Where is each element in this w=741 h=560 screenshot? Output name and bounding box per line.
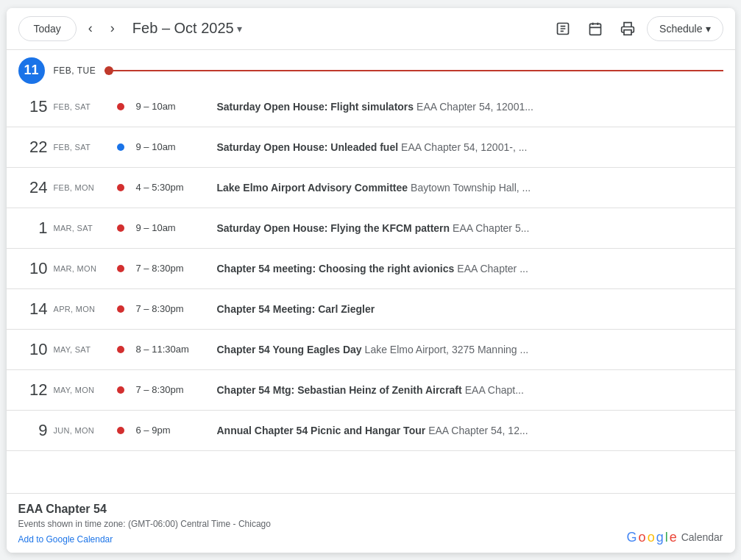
event-day-label: FEB, SAT	[54, 143, 105, 152]
event-time: 7 – 8:30pm	[136, 384, 217, 395]
next-button[interactable]: ›	[104, 16, 121, 40]
event-time: 8 – 11:30am	[136, 344, 217, 355]
event-details: Saturday Open House: Flying the KFCM pat…	[217, 222, 723, 234]
event-dot	[117, 427, 124, 434]
event-details: Chapter 54 Meeting: Carl Ziegler	[217, 303, 723, 315]
event-details: Saturday Open House: Unleaded fuel EAA C…	[217, 141, 723, 153]
logo-e: e	[670, 530, 677, 545]
event-day-num: 15	[18, 97, 48, 116]
today-dot	[104, 66, 113, 75]
event-title: Saturday Open House: Flying the KFCM pat…	[217, 222, 450, 234]
svg-rect-8	[624, 29, 631, 35]
event-time: 7 – 8:30pm	[136, 263, 217, 274]
event-time: 6 – 9pm	[136, 425, 217, 436]
event-row[interactable]: 24 FEB, MON 4 – 5:30pm Lake Elmo Airport…	[7, 168, 735, 208]
event-details: Annual Chapter 54 Picnic and Hangar Tour…	[217, 425, 723, 436]
header: Today ‹ › Feb – Oct 2025 ▾ Schedule ▾	[7, 8, 735, 50]
prev-button[interactable]: ‹	[82, 16, 99, 40]
print-icon-button[interactable]	[614, 15, 641, 42]
add-to-google-calendar-link[interactable]: Add to Google Calendar	[18, 534, 113, 545]
event-row[interactable]: 10 MAR, MON 7 – 8:30pm Chapter 54 meetin…	[7, 249, 735, 289]
event-day-num: 12	[18, 380, 48, 400]
event-time: 9 – 10am	[136, 141, 217, 152]
event-dot	[117, 305, 124, 313]
event-day-label: JUN, MON	[54, 426, 105, 435]
event-dot	[117, 386, 124, 394]
svg-rect-4	[590, 24, 601, 35]
event-dot	[117, 184, 124, 191]
event-row[interactable]: 12 MAY, MON 7 – 8:30pm Chapter 54 Mtg: S…	[7, 370, 735, 411]
event-day-num: 14	[18, 300, 48, 319]
event-row[interactable]: 14 APR, MON 7 – 8:30pm Chapter 54 Meetin…	[7, 289, 735, 330]
footer-left: EAA Chapter 54 Events shown in time zone…	[18, 503, 271, 545]
event-details: Chapter 54 meeting: Choosing the right a…	[217, 263, 723, 274]
event-day-label: MAR, MON	[54, 264, 105, 273]
calendar-widget: Today ‹ › Feb – Oct 2025 ▾ Schedule ▾	[7, 8, 735, 553]
schedule-label: Schedule	[659, 23, 702, 35]
event-day-label: FEB, SAT	[54, 102, 105, 111]
event-day-num: 24	[18, 178, 48, 197]
event-day-num: 10	[18, 340, 48, 359]
event-row[interactable]: 9 JUN, MON 6 – 9pm Annual Chapter 54 Pic…	[7, 411, 735, 451]
date-range[interactable]: Feb – Oct 2025 ▾	[132, 20, 242, 37]
org-name: EAA Chapter 54	[18, 503, 271, 516]
event-dot	[117, 103, 124, 110]
event-dot	[117, 143, 124, 151]
event-details: Lake Elmo Airport Advisory Committee Bay…	[217, 182, 723, 194]
today-line	[104, 70, 723, 71]
event-location: EAA Chapter 54, 12001-, ...	[401, 141, 527, 153]
event-title: Annual Chapter 54 Picnic and Hangar Tour	[217, 425, 426, 436]
event-title: Chapter 54 meeting: Choosing the right a…	[217, 263, 455, 274]
event-time: 9 – 10am	[136, 101, 217, 112]
calendar-icon	[588, 21, 603, 36]
event-row[interactable]: 15 FEB, SAT 9 – 10am Saturday Open House…	[7, 87, 735, 127]
notification-icon-button[interactable]	[550, 15, 576, 42]
calendar-view-icon-button[interactable]	[582, 15, 609, 42]
schedule-button[interactable]: Schedule ▾	[647, 16, 723, 41]
logo-calendar-text: Calendar	[681, 531, 723, 543]
notification-icon	[556, 21, 570, 36]
today-row: 11 FEB, TUE	[7, 50, 735, 87]
event-details: Chapter 54 Mtg: Sebastian Heinz of Zenit…	[217, 384, 723, 396]
event-day-label: APR, MON	[54, 305, 105, 313]
event-day-label: MAY, SAT	[54, 345, 105, 354]
event-title: Lake Elmo Airport Advisory Committee	[217, 182, 408, 194]
event-details: Saturday Open House: Flight simulators E…	[217, 101, 723, 113]
event-day-num: 9	[18, 421, 48, 440]
event-day-label: MAR, SAT	[54, 224, 105, 233]
event-title: Chapter 54 Meeting: Carl Ziegler	[217, 303, 375, 315]
event-day-num: 10	[18, 259, 48, 278]
logo-l: l	[665, 530, 668, 545]
event-row[interactable]: 10 MAY, SAT 8 – 11:30am Chapter 54 Young…	[7, 330, 735, 370]
logo-o1: o	[639, 530, 646, 545]
event-location: EAA Chapter 5...	[453, 222, 529, 234]
event-time: 7 – 8:30pm	[136, 303, 217, 314]
logo-g: G	[627, 530, 637, 545]
event-location: EAA Chapter ...	[457, 263, 528, 274]
today-circle: 11	[18, 57, 45, 84]
event-dot	[117, 346, 124, 353]
today-button[interactable]: Today	[18, 16, 77, 41]
event-time: 4 – 5:30pm	[136, 182, 217, 193]
footer: EAA Chapter 54 Events shown in time zone…	[7, 493, 735, 553]
event-dot	[117, 265, 124, 272]
event-details: Chapter 54 Young Eagles Day Lake Elmo Ai…	[217, 344, 723, 355]
event-location: EAA Chapt...	[465, 384, 524, 396]
event-location: Lake Elmo Airport, 3275 Manning ...	[365, 344, 529, 355]
event-row[interactable]: 1 MAR, SAT 9 – 10am Saturday Open House:…	[7, 208, 735, 249]
chevron-down-icon: ▾	[237, 23, 242, 35]
logo-o2: o	[648, 530, 655, 545]
event-location: Baytown Township Hall, ...	[411, 182, 531, 194]
event-location: EAA Chapter 54, 12001...	[416, 101, 533, 113]
logo-g2: g	[656, 530, 664, 545]
event-row[interactable]: 22 FEB, SAT 9 – 10am Saturday Open House…	[7, 127, 735, 168]
print-icon	[620, 21, 635, 36]
event-day-label: FEB, MON	[54, 183, 105, 192]
event-day-label: MAY, MON	[54, 386, 105, 394]
event-title: Chapter 54 Mtg: Sebastian Heinz of Zenit…	[217, 384, 462, 396]
event-time: 9 – 10am	[136, 222, 217, 233]
event-day-num: 22	[18, 138, 48, 157]
event-title: Chapter 54 Young Eagles Day	[217, 344, 362, 355]
events-container: 15 FEB, SAT 9 – 10am Saturday Open House…	[7, 87, 735, 493]
today-day-label: FEB, TUE	[54, 65, 96, 76]
